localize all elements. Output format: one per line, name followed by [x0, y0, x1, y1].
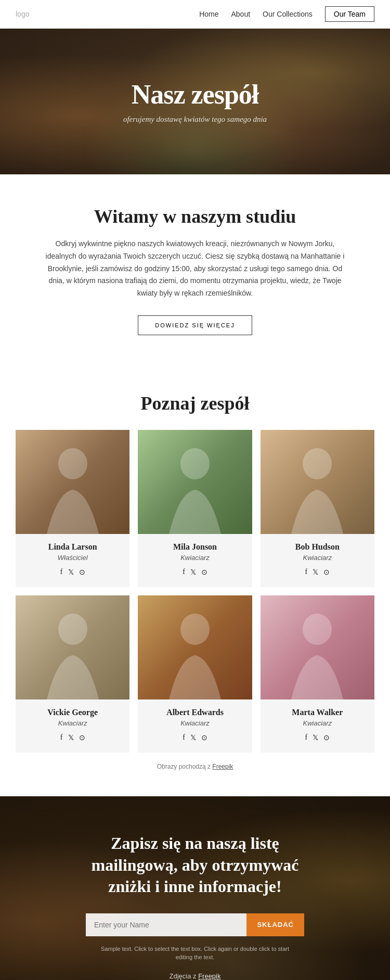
team-name: Marta Walker — [266, 708, 369, 717]
team-role: Kwiaciarz — [143, 719, 246, 727]
twitter-icon[interactable]: 𝕏 — [313, 733, 318, 742]
team-social: f 𝕏 ⊙ — [21, 733, 124, 742]
nav-collections[interactable]: Our Collections — [263, 10, 313, 18]
instagram-icon[interactable]: ⊙ — [201, 733, 207, 742]
team-social: f 𝕏 ⊙ — [266, 568, 369, 577]
hero-content: Nasz zespół oferujemy dostawę kwiatów te… — [123, 79, 267, 124]
newsletter-heading: Zapisz się na naszą listę mailingową, ab… — [91, 833, 299, 898]
facebook-icon[interactable]: f — [60, 568, 63, 576]
welcome-body: Odkryj wykwintne piękno naszych kwiatowy… — [44, 238, 346, 300]
team-grid: Linda Larson Właściciel f 𝕏 ⊙ Mila Jonso… — [16, 430, 374, 753]
newsletter-note: Sample text. Click to select the text bo… — [96, 945, 294, 962]
svg-point-5 — [303, 614, 332, 645]
team-info: Mila Jonson Kwiaciarz f 𝕏 ⊙ — [138, 534, 252, 587]
team-card: Bob Hudson Kwiaciarz f 𝕏 ⊙ — [261, 430, 374, 587]
instagram-icon[interactable]: ⊙ — [79, 568, 85, 577]
nav-home[interactable]: Home — [199, 10, 218, 18]
team-name: Albert Edwards — [143, 708, 246, 717]
team-role: Kwiaciarz — [143, 554, 246, 562]
svg-point-0 — [58, 448, 87, 479]
welcome-section: Witamy w naszym studiu Odkryj wykwintne … — [0, 174, 390, 366]
learn-more-button[interactable]: DOWIEDZ SIĘ WIĘCEJ — [138, 315, 252, 335]
team-name: Vickie George — [21, 708, 124, 717]
facebook-icon[interactable]: f — [305, 568, 307, 576]
team-card: Mila Jonson Kwiaciarz f 𝕏 ⊙ — [138, 430, 252, 587]
newsletter-photo-credit: Zdjęcia z Freepik — [31, 972, 359, 980]
newsletter-section: Zapisz się na naszą listę mailingową, ab… — [0, 796, 390, 980]
team-name: Linda Larson — [21, 542, 124, 552]
twitter-icon[interactable]: 𝕏 — [190, 568, 196, 577]
team-heading: Poznaj zespół — [16, 392, 374, 414]
hero-subtitle: oferujemy dostawę kwiatów tego samego dn… — [123, 115, 267, 124]
instagram-icon[interactable]: ⊙ — [201, 568, 207, 577]
team-info: Marta Walker Kwiaciarz f 𝕏 ⊙ — [261, 699, 374, 753]
facebook-icon[interactable]: f — [183, 568, 185, 576]
newsletter-name-input[interactable] — [86, 913, 246, 936]
nav-links: Home About Our Collections Our Team — [199, 6, 374, 22]
twitter-icon[interactable]: 𝕏 — [68, 568, 74, 577]
team-role: Kwiaciarz — [266, 719, 369, 727]
team-photo — [16, 595, 129, 699]
twitter-icon[interactable]: 𝕏 — [190, 733, 196, 742]
team-photo — [16, 430, 129, 534]
instagram-icon[interactable]: ⊙ — [79, 733, 85, 742]
team-photo — [261, 430, 374, 534]
newsletter-form: SKŁADAĆ — [86, 913, 304, 936]
team-info: Linda Larson Właściciel f 𝕏 ⊙ — [16, 534, 129, 587]
team-card: Albert Edwards Kwiaciarz f 𝕏 ⊙ — [138, 595, 252, 753]
nav-cta-button[interactable]: Our Team — [325, 6, 374, 22]
svg-point-1 — [180, 448, 210, 479]
instagram-icon[interactable]: ⊙ — [323, 733, 330, 742]
navbar: logo Home About Our Collections Our Team — [0, 0, 390, 29]
hero-title: Nasz zespół — [123, 79, 267, 110]
team-section: Poznaj zespół Linda Larson Właściciel f … — [0, 366, 390, 781]
team-social: f 𝕏 ⊙ — [143, 733, 246, 742]
newsletter-submit-button[interactable]: SKŁADAĆ — [246, 913, 304, 936]
team-info: Albert Edwards Kwiaciarz f 𝕏 ⊙ — [138, 699, 252, 753]
twitter-icon[interactable]: 𝕏 — [313, 568, 318, 577]
team-name: Mila Jonson — [143, 542, 246, 552]
svg-point-2 — [303, 448, 332, 479]
welcome-heading: Witamy w naszym studiu — [42, 206, 348, 227]
team-name: Bob Hudson — [266, 542, 369, 552]
svg-point-4 — [180, 614, 210, 645]
team-card: Marta Walker Kwiaciarz f 𝕏 ⊙ — [261, 595, 374, 753]
team-role: Kwiaciarz — [21, 719, 124, 727]
team-info: Vickie George Kwiaciarz f 𝕏 ⊙ — [16, 699, 129, 753]
team-role: Właściciel — [21, 554, 124, 562]
logo: logo — [16, 10, 29, 18]
instagram-icon[interactable]: ⊙ — [323, 568, 330, 577]
team-photo — [261, 595, 374, 699]
team-photo — [138, 430, 252, 534]
team-role: Kwiaciarz — [266, 554, 369, 562]
team-social: f 𝕏 ⊙ — [21, 568, 124, 577]
facebook-icon[interactable]: f — [183, 733, 185, 742]
facebook-icon[interactable]: f — [305, 733, 307, 742]
team-info: Bob Hudson Kwiaciarz f 𝕏 ⊙ — [261, 534, 374, 587]
nav-about[interactable]: About — [231, 10, 250, 18]
newsletter-content: Zapisz się na naszą listę mailingową, ab… — [31, 833, 359, 980]
freepik-link[interactable]: Freepik — [212, 763, 233, 770]
team-social: f 𝕏 ⊙ — [266, 733, 369, 742]
team-photo — [138, 595, 252, 699]
facebook-icon[interactable]: f — [60, 733, 63, 742]
team-social: f 𝕏 ⊙ — [143, 568, 246, 577]
team-card: Vickie George Kwiaciarz f 𝕏 ⊙ — [16, 595, 129, 753]
svg-point-3 — [58, 614, 87, 645]
twitter-icon[interactable]: 𝕏 — [68, 733, 74, 742]
newsletter-freepik-link[interactable]: Freepik — [198, 972, 220, 980]
team-card: Linda Larson Właściciel f 𝕏 ⊙ — [16, 430, 129, 587]
hero-section: Nasz zespół oferujemy dostawę kwiatów te… — [0, 29, 390, 174]
freepik-note: Obrazy pochodzą z Freepik — [16, 763, 374, 770]
